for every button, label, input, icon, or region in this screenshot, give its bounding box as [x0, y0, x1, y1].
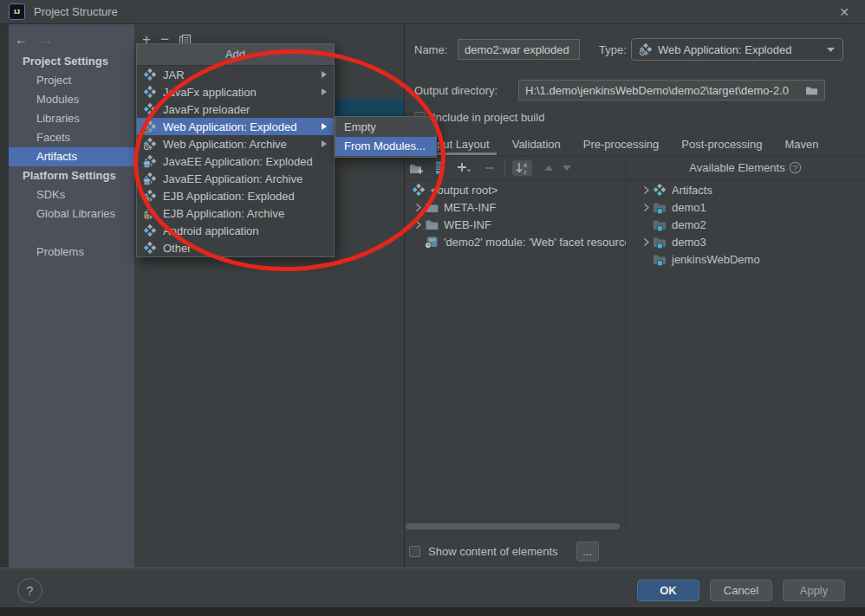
menu-item-other[interactable]: Other: [137, 239, 334, 256]
menu-item-javafx-application[interactable]: JavaFx application: [137, 83, 334, 101]
menu-item-javaee-application-archive[interactable]: JavaEE Application: Archive: [137, 170, 334, 187]
web-facet-icon: [425, 235, 439, 249]
submenu-item-from-modules[interactable]: From Modules...: [335, 137, 436, 156]
chevron-right-icon[interactable]: [640, 203, 653, 212]
tree-item-label: demo2: [672, 218, 706, 231]
horizontal-scrollbar[interactable]: [406, 523, 620, 529]
artifact-javaee-icon: [143, 172, 157, 185]
submenu-arrow-icon: [321, 70, 328, 79]
available-node-demo2[interactable]: demo2: [626, 216, 865, 233]
sort-alpha-toggle[interactable]: az: [512, 160, 532, 176]
close-icon[interactable]: ✕: [832, 5, 856, 19]
menu-item-javaee-application-exploded[interactable]: JavaEE Application: Exploded: [137, 152, 334, 170]
artifact-details-panel: Name: demo2:war exploded Type: Web Appli…: [405, 24, 865, 567]
show-content-row: Show content of elements ...: [409, 540, 599, 562]
artifact-list-selection[interactable]: [335, 99, 404, 116]
add-element-icon[interactable]: [456, 161, 473, 175]
tab-validation[interactable]: Validation: [501, 133, 572, 155]
menu-item-label: Android application: [163, 224, 259, 237]
available-node-demo3[interactable]: demo3: [626, 233, 865, 250]
menu-item-javafx-preloader[interactable]: JavaFx preloader: [137, 101, 334, 118]
output-directory-value: H:\1.demo\jenkinsWebDemo\demo2\target\de…: [525, 84, 805, 97]
titlebar: IJ Project Structure ✕: [0, 0, 865, 24]
tab-post-processing[interactable]: Post-processing: [670, 133, 773, 155]
name-input[interactable]: demo2:war exploded: [458, 39, 580, 60]
sidebar-item-project[interactable]: Project: [9, 71, 134, 90]
layout-node-web-inf[interactable]: WEB-INF: [406, 216, 626, 233]
back-arrow-icon[interactable]: ←: [15, 32, 28, 47]
create-directory-icon[interactable]: [409, 161, 424, 175]
layout-node-output-root[interactable]: <output root>: [406, 181, 626, 198]
available-node-demo1[interactable]: demo1: [626, 198, 865, 216]
menu-item-label: Web Application: Archive: [163, 138, 287, 151]
artifact-icon: [653, 183, 667, 197]
sidebar-item-modules[interactable]: Modules: [9, 90, 134, 109]
menu-item-web-application-exploded[interactable]: Web Application: Exploded: [137, 118, 334, 135]
svg-text:z: z: [524, 168, 527, 174]
artifact-javaee-icon: [143, 154, 157, 168]
sidebar-list: Project SettingsProjectModulesLibrariesF…: [9, 52, 134, 262]
type-dropdown[interactable]: Web Application: Exploded: [631, 38, 843, 61]
sidebar-item-sdks[interactable]: SDKs: [9, 185, 134, 204]
include-in-build-label: Include in project build: [432, 111, 544, 124]
web-application-submenu: EmptyFrom Modules...: [335, 116, 437, 158]
chevron-right-icon[interactable]: [412, 203, 425, 212]
available-elements-header: Available Elements ?: [626, 156, 865, 179]
show-content-checkbox[interactable]: [409, 546, 420, 557]
forward-arrow-icon: →: [40, 32, 53, 47]
sidebar-item-artifacts[interactable]: Artifacts: [9, 147, 134, 166]
sidebar-item-libraries[interactable]: Libraries: [9, 109, 134, 128]
sidebar-item-facets[interactable]: Facets: [9, 128, 134, 147]
menu-item-label: JavaFx application: [163, 86, 257, 99]
ok-button[interactable]: OK: [637, 580, 699, 601]
tab-pre-processing[interactable]: Pre-processing: [572, 133, 670, 155]
add-popup-menu: Add JAR JavaFx application JavaFx preloa…: [136, 43, 335, 257]
artifact-web-icon: [143, 137, 157, 151]
window-title: Project Structure: [34, 5, 118, 18]
sidebar-item-problems[interactable]: Problems: [9, 243, 134, 262]
tree-item-label: <output root>: [431, 184, 498, 197]
menu-item-android-application[interactable]: Android application: [137, 222, 334, 239]
toolbar-separator: [504, 161, 505, 175]
output-directory-label: Output directory:: [414, 84, 498, 97]
svg-text:a: a: [524, 162, 527, 168]
menu-item-ejb-application-exploded[interactable]: EJB Application: Exploded: [137, 187, 334, 204]
tree-item-label: WEB-INF: [444, 218, 491, 231]
submenu-item-empty[interactable]: Empty: [335, 118, 436, 137]
apply-button[interactable]: Apply: [783, 580, 845, 601]
web-artifact-icon: [639, 42, 653, 56]
output-directory-input[interactable]: H:\1.demo\jenkinsWebDemo\demo2\target\de…: [518, 80, 825, 101]
tree-item-label: demo1: [672, 201, 706, 214]
layout-node-meta-inf[interactable]: META-INF: [406, 198, 626, 216]
cancel-button[interactable]: Cancel: [710, 580, 772, 601]
tab-maven[interactable]: Maven: [773, 133, 829, 155]
module-icon: [653, 217, 667, 231]
dialog-left-edge: [0, 24, 9, 567]
move-up-icon: [543, 165, 554, 172]
available-node-jenkinswebdemo[interactable]: jenkinsWebDemo: [626, 250, 865, 268]
name-label: Name:: [414, 43, 447, 56]
chevron-right-icon[interactable]: [412, 220, 425, 230]
folder-icon: [425, 200, 439, 214]
help-button[interactable]: ?: [17, 578, 42, 603]
show-content-label: Show content of elements: [428, 545, 558, 558]
dialog-button-bar: ? OK Cancel Apply: [0, 567, 865, 607]
svg-text:?: ?: [793, 164, 797, 172]
create-archive-icon[interactable]: [435, 161, 444, 174]
menu-item-web-application-archive[interactable]: Web Application: Archive: [137, 135, 334, 152]
sidebar-section-project-settings: Project Settings: [9, 52, 134, 71]
menu-item-ejb-application-archive[interactable]: EJB Application: Archive: [137, 204, 334, 222]
help-icon[interactable]: ?: [789, 161, 802, 174]
menu-item-label: EJB Application: Archive: [163, 207, 284, 220]
more-options-button[interactable]: ...: [576, 541, 599, 561]
chevron-right-icon[interactable]: [640, 185, 653, 195]
chevron-right-icon[interactable]: [640, 237, 653, 247]
submenu-arrow-icon: [321, 88, 328, 96]
browse-folder-icon[interactable]: [805, 85, 818, 96]
available-node-artifacts[interactable]: Artifacts: [626, 181, 865, 198]
menu-item-jar[interactable]: JAR: [137, 66, 334, 83]
type-label: Type:: [599, 43, 627, 56]
sidebar-item-global-libraries[interactable]: Global Libraries: [9, 204, 134, 224]
available-elements-title: Available Elements: [689, 161, 784, 174]
layout-node-demo2-module-web-facet-resources[interactable]: 'demo2' module: 'Web' facet resources: [406, 233, 626, 250]
